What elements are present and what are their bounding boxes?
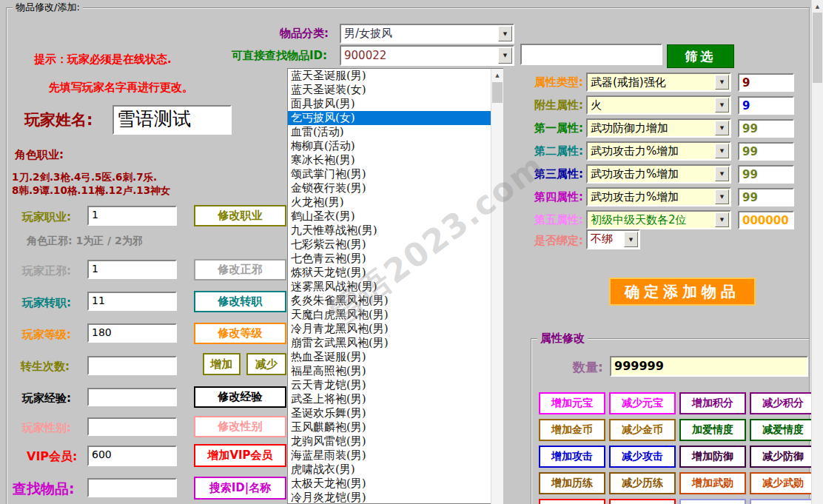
increase-button[interactable]: 增加	[203, 353, 241, 375]
chevron-down-icon[interactable]: ▼	[715, 167, 729, 181]
modify-exp-button[interactable]: 修改经验	[194, 386, 286, 408]
attr-modify-button[interactable]: 增加历练	[539, 472, 605, 494]
chevron-down-icon[interactable]: ▼	[715, 212, 729, 227]
modify-job-button[interactable]: 修改职业	[194, 205, 286, 226]
add-vip-button[interactable]: 增加VIP会员	[194, 444, 286, 467]
chevron-down-icon[interactable]: ▼	[624, 232, 638, 247]
attr-modify-button[interactable]: 减少历练	[609, 472, 676, 494]
attr-modify-button[interactable]: 减少金币	[609, 419, 676, 441]
list-item[interactable]: 迷雾黑风战袍(男)	[288, 280, 503, 294]
second-attr-select[interactable]: 武功攻击力%增加 ▼	[586, 141, 731, 161]
attr-modify-button[interactable]: 增加武勋	[679, 472, 746, 494]
job-input[interactable]: 1	[87, 206, 177, 226]
player-name-input[interactable]: 雪语测试	[112, 105, 232, 135]
chevron-down-icon[interactable]: ▼	[715, 98, 729, 112]
list-item[interactable]: 云天青龙铠(男)	[288, 378, 503, 392]
list-item[interactable]: 海蓝星雨装(男)	[288, 448, 503, 463]
chevron-down-icon[interactable]: ▼	[498, 47, 512, 64]
attr-num-input[interactable]: 99	[738, 142, 794, 161]
list-item[interactable]: 火龙袍(男)	[288, 195, 503, 209]
attr-num-input[interactable]: 99	[738, 119, 794, 138]
exp-input[interactable]	[87, 388, 177, 406]
attr-modify-button[interactable]: 减少攻击	[609, 446, 676, 468]
list-item[interactable]: 炼狱天龙铠(男)	[288, 266, 503, 280]
list-item[interactable]: 梅柳真(活动)	[288, 139, 503, 153]
first-attr-select[interactable]: 武功防御力增加 ▼	[586, 118, 731, 138]
fifth-attr-select[interactable]: 初级中级天数各2位 ▼	[586, 210, 731, 229]
scroll-up-icon[interactable]: ▲	[491, 69, 503, 81]
list-item[interactable]: 七彩紫云袍(男)	[288, 238, 503, 252]
list-item[interactable]: 龙驹风雷铠(男)	[288, 434, 503, 448]
chevron-down-icon[interactable]: ▼	[498, 26, 512, 41]
attr-modify-button[interactable]: 减少积分	[750, 392, 816, 414]
search-item-input[interactable]	[87, 478, 177, 497]
chevron-down-icon[interactable]: ▼	[715, 75, 729, 90]
bind-select[interactable]: 不绑 ▼	[586, 229, 640, 249]
attr-modify-button[interactable]: 减少元宝	[609, 392, 676, 414]
list-item[interactable]: 蓝天圣诞装(女)	[288, 83, 503, 97]
reincarnation-input[interactable]	[87, 356, 177, 375]
list-item[interactable]: 玉风麒麟袍(男)	[288, 420, 503, 434]
list-item[interactable]: 虎啸战衣(男)	[288, 463, 503, 477]
confirm-add-item-button[interactable]: 确定添加物品	[609, 278, 756, 306]
chevron-down-icon[interactable]: ▼	[715, 189, 729, 204]
chevron-down-icon[interactable]: ▼	[715, 121, 729, 135]
attr-type-select[interactable]: 武器(戒指)强化 ▼	[586, 73, 731, 92]
search-id-name-button[interactable]: 搜索ID|名称	[194, 477, 286, 500]
item-listbox[interactable]: 蓝天圣诞服(男)蓝天圣诞装(女)面具披风(男)乞丐披风(女)血雷(活动)梅柳真(…	[287, 68, 503, 504]
list-item[interactable]: 金锁夜行装(男)	[288, 181, 503, 195]
attr-modify-button[interactable]: 加爱情度	[679, 419, 746, 441]
attr-num-input[interactable]: 99	[738, 188, 794, 206]
list-item[interactable]: 崩雷玄武黑风袍(男)	[288, 336, 503, 350]
attr-modify-button[interactable]: 减少内力	[750, 499, 816, 504]
list-scrollbar[interactable]: ▲	[491, 69, 503, 504]
find-id-select[interactable]: 900022 ▼	[340, 45, 514, 66]
attr-modify-button[interactable]: 增加元宝	[539, 392, 605, 414]
scroll-up-icon[interactable]: ▲	[812, 0, 823, 13]
quantity-input[interactable]: 999999	[610, 356, 808, 377]
attached-attr-select[interactable]: 火 ▼	[586, 95, 731, 115]
attr-modify-button[interactable]: 增加金币	[539, 419, 605, 441]
rebirth-job-input[interactable]: 11	[87, 292, 177, 311]
modify-rebirth-job-button[interactable]: 修改转职	[194, 291, 286, 312]
list-item[interactable]: 寒冰长袍(男)	[288, 153, 503, 167]
scrollbar-thumb[interactable]	[813, 13, 822, 83]
list-item[interactable]: 武圣上将袍(男)	[288, 392, 503, 406]
vip-input[interactable]: 600	[87, 446, 177, 466]
window-scrollbar[interactable]: ▲	[811, 0, 823, 504]
gender-input[interactable]	[87, 417, 177, 436]
list-item[interactable]: 七色青云袍(男)	[288, 252, 503, 266]
attr-num-input[interactable]: 000000	[738, 211, 794, 229]
attr-modify-button[interactable]: 增加生命	[539, 499, 605, 504]
list-item[interactable]: 天魔白虎黑风袍(男)	[288, 308, 503, 322]
level-input[interactable]: 180	[87, 323, 177, 343]
list-item[interactable]: 热血圣诞服(男)	[288, 350, 503, 364]
list-item[interactable]: 乞丐披风(女)	[288, 111, 503, 125]
filter-input[interactable]	[520, 44, 662, 65]
modify-gender-button[interactable]: 修改性别	[194, 416, 286, 437]
attr-num-input[interactable]: 9	[738, 73, 794, 92]
attr-num-input[interactable]: 9	[738, 96, 794, 115]
attr-modify-button[interactable]: 增加积分	[679, 392, 746, 414]
modify-align-button[interactable]: 修改正邪	[194, 259, 286, 280]
attr-modify-button[interactable]: 增加防御	[679, 446, 746, 468]
attr-modify-button[interactable]: 减少防御	[750, 446, 816, 468]
list-item[interactable]: 太极天龙袍(男)	[288, 477, 503, 491]
list-item[interactable]: 血雷(活动)	[288, 125, 503, 139]
attr-modify-button[interactable]: 减少生命	[609, 499, 676, 504]
fourth-attr-select[interactable]: 武功攻击力%增加 ▼	[586, 187, 731, 206]
list-item[interactable]: 蓝天圣诞服(男)	[288, 69, 503, 83]
attr-modify-button[interactable]: 增加攻击	[539, 446, 605, 468]
list-item[interactable]: 冷月炎龙铠(男)	[288, 491, 503, 504]
scrollbar-thumb[interactable]	[492, 82, 503, 103]
third-attr-select[interactable]: 武功攻击力%增加 ▼	[586, 164, 731, 184]
attr-num-input[interactable]: 99	[738, 165, 794, 184]
list-item[interactable]: 颂武掌门袍(男)	[288, 167, 503, 181]
attr-modify-button[interactable]: 减爱情度	[750, 419, 816, 441]
list-item[interactable]: 鹤山圣衣(男)	[288, 209, 503, 224]
list-item[interactable]: 圣诞欢乐舞(男)	[288, 406, 503, 420]
align-input[interactable]: 1	[87, 260, 177, 279]
modify-level-button[interactable]: 修改等级	[194, 323, 286, 344]
chevron-down-icon[interactable]: ▼	[715, 144, 729, 158]
list-item[interactable]: 冷月青龙黑风袍(男)	[288, 322, 503, 336]
